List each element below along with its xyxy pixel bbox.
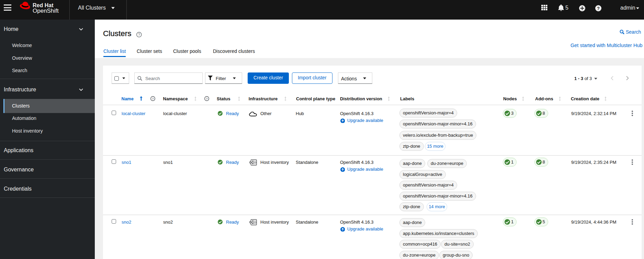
svg-text:?: ? <box>597 5 600 11</box>
svg-text:?: ? <box>138 33 140 37</box>
svg-text:?: ? <box>206 97 207 101</box>
svg-text:?: ? <box>152 97 154 101</box>
